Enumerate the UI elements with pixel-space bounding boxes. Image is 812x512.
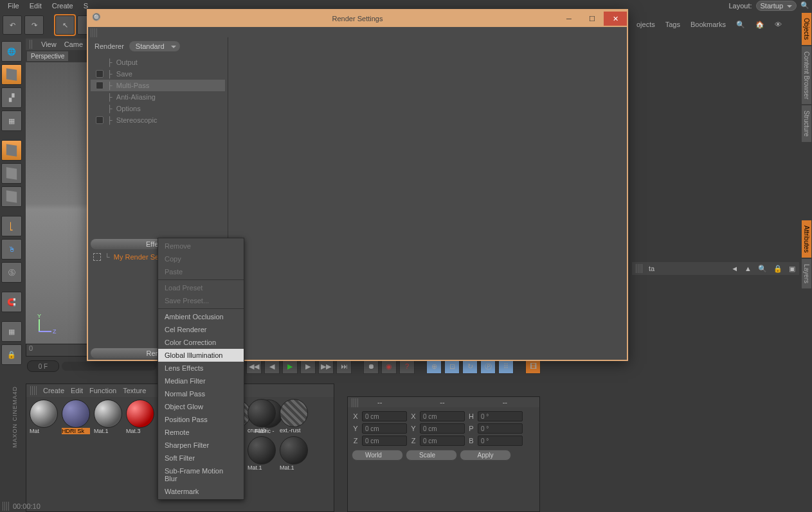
vp-menu-view[interactable]: View (41, 40, 57, 48)
grip-icon[interactable] (30, 40, 33, 49)
coord-field[interactable] (420, 423, 465, 434)
vtab-objects[interactable]: Objects (802, 13, 811, 45)
ctx-normal-pass[interactable]: Normal Pass (158, 387, 244, 400)
ctx-ambient-occlusion[interactable]: Ambient Occlusion (158, 310, 244, 323)
home-icon[interactable]: 🏠 (755, 21, 764, 30)
material-item[interactable]: Mat.1 (247, 436, 276, 471)
mm-create[interactable]: Create (43, 387, 64, 394)
search-icon[interactable]: 🔍 (800, 1, 809, 10)
ctx-lens-effects[interactable]: Lens Effects (158, 362, 244, 375)
ctx-color-correction[interactable]: Color Correction (158, 336, 244, 349)
cube-primitive[interactable] (1, 64, 22, 85)
mouse-tool[interactable]: 🖱 (1, 239, 22, 260)
ctx-soft-filter[interactable]: Soft Filter (158, 452, 244, 464)
nav-back-icon[interactable]: ◄ (731, 265, 738, 272)
ctx-sub-frame-motion-blur[interactable]: Sub-Frame Motion Blur (158, 464, 244, 485)
mm-function[interactable]: Function (89, 387, 116, 394)
vp-menu-camera[interactable]: Came (64, 40, 83, 48)
vtab-content[interactable]: Content Browser (802, 46, 811, 104)
search-icon[interactable]: 🔍 (758, 265, 767, 273)
grip-icon[interactable] (352, 398, 358, 407)
layout-label: Layout: (728, 2, 752, 10)
apply-button[interactable]: Apply (460, 450, 511, 461)
cube-edit[interactable] (1, 140, 22, 161)
ctx-global-illumination[interactable]: Global Illumination (158, 349, 244, 362)
magnet-tool[interactable]: 🧲 (1, 292, 22, 312)
render-option-stereoscopic[interactable]: ├Stereoscopic (91, 114, 225, 126)
ctx-sharpen-filter[interactable]: Sharpen Filter (158, 439, 244, 452)
checker-tool[interactable]: ▞ (1, 87, 22, 108)
frame-start[interactable] (27, 360, 59, 372)
cube-tool3[interactable] (1, 186, 22, 207)
render-option-save[interactable]: ├Save (91, 68, 225, 80)
ctx-object-glow[interactable]: Object Glow (158, 400, 244, 413)
new-icon[interactable]: ▣ (789, 265, 795, 273)
close-button[interactable]: ✕ (604, 12, 627, 26)
material-item[interactable]: HDRI Sk (61, 400, 91, 434)
vtab-structure[interactable]: Structure (802, 105, 811, 142)
dialog-titlebar[interactable]: 🔘 Render Settings ─ ☐ ✕ (88, 10, 627, 27)
nav-fwd-icon[interactable]: ▲ (744, 265, 752, 272)
menu-edit[interactable]: Edit (24, 1, 47, 11)
ctx-median-filter[interactable]: Median Filter (158, 375, 244, 387)
ctx-position-pass[interactable]: Position Pass (158, 413, 244, 426)
tab-objects[interactable]: ojects (636, 21, 655, 30)
mm-edit[interactable]: Edit (71, 387, 83, 394)
search-icon[interactable]: 🔍 (736, 21, 745, 30)
snap-tool[interactable]: Ⓢ (1, 262, 22, 283)
coord-field[interactable] (362, 423, 407, 434)
grip-icon[interactable] (30, 386, 37, 395)
ctx-cel-renderer[interactable]: Cel Renderer (158, 323, 244, 336)
vtab-layers[interactable]: Layers (802, 259, 811, 288)
checkbox[interactable] (96, 82, 104, 89)
grip-icon[interactable] (91, 28, 97, 37)
material-item[interactable]: Mat.3 (125, 400, 155, 434)
viewport-canvas[interactable]: Y Z (26, 62, 87, 345)
coord-field[interactable] (478, 423, 523, 434)
mm-texture[interactable]: Texture (123, 387, 146, 394)
layout-dropdown[interactable]: Startup (756, 1, 797, 11)
render-option-anti-aliasing[interactable]: ├Anti-Aliasing (91, 91, 225, 103)
render-option-output[interactable]: ├Output (91, 57, 225, 68)
render-option-options[interactable]: ├Options (91, 103, 225, 114)
coord-field[interactable] (478, 436, 523, 446)
vtab-attributes[interactable]: Attributes (802, 220, 811, 258)
redo-button[interactable]: ↷ (24, 15, 44, 35)
lock-icon[interactable]: 🔒 (773, 265, 782, 273)
coord-field[interactable] (420, 411, 465, 421)
tab-tags[interactable]: Tags (665, 21, 680, 30)
menu-create[interactable]: Create (47, 1, 78, 11)
coord-space-dropdown[interactable]: World (352, 450, 403, 461)
coord-field[interactable] (362, 436, 407, 446)
workplane-tool[interactable]: ▦ (1, 321, 22, 342)
undo-button[interactable]: ↶ (3, 15, 22, 35)
cube-tool2[interactable] (1, 163, 22, 184)
material-item[interactable]: crustab (247, 399, 276, 434)
lock-tool[interactable]: 🔒 (1, 344, 22, 365)
timeline-slider[interactable] (62, 362, 156, 371)
material-item[interactable]: Mat (29, 400, 59, 434)
tab-bookmarks[interactable]: Bookmarks (690, 21, 726, 30)
menu-file[interactable]: File (3, 1, 24, 11)
ctx-watermark[interactable]: Watermark (158, 485, 244, 498)
grip-icon[interactable] (636, 264, 642, 273)
render-option-multi-pass[interactable]: ├Multi-Pass (91, 80, 225, 91)
select-tool[interactable]: ↖ (55, 15, 75, 35)
checkbox[interactable] (96, 116, 104, 124)
minimize-button[interactable]: ─ (557, 12, 581, 26)
coord-field[interactable] (362, 411, 407, 421)
renderer-dropdown[interactable]: Standard (129, 41, 180, 51)
eye-icon[interactable]: 👁 (775, 21, 784, 30)
coord-field[interactable] (478, 411, 523, 421)
material-item[interactable]: Mat.1 (93, 400, 123, 434)
ctx-remote[interactable]: Remote (158, 426, 244, 439)
coord-mode-dropdown[interactable]: Scale (406, 450, 457, 461)
checkbox[interactable] (96, 70, 104, 78)
globe-tool[interactable]: 🌐 (1, 41, 22, 62)
maximize-button[interactable]: ☐ (581, 12, 604, 26)
material-item[interactable]: ext.-rust (279, 399, 309, 434)
coord-field[interactable] (420, 436, 465, 446)
axis-tool[interactable]: ⎣ (1, 216, 22, 236)
material-item[interactable]: Mat.1 (279, 436, 309, 471)
grid-tool[interactable]: ▦ (1, 110, 22, 131)
